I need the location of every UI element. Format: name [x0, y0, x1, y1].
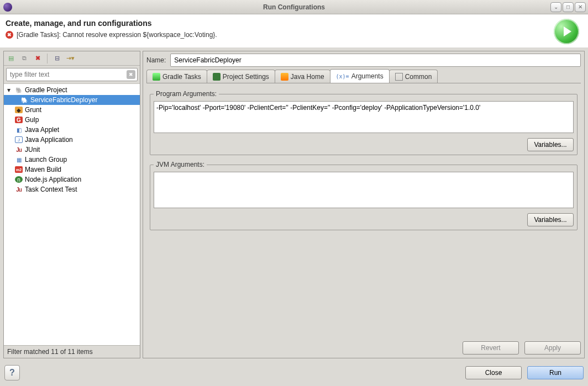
gradle-icon: 🐘 [20, 97, 28, 103]
tree-category-grunt[interactable]: ◆Grunt [4, 105, 140, 115]
gulp-icon: G [15, 117, 23, 123]
tree-category-gradle[interactable]: ▾ 🐘 Gradle Project [4, 85, 140, 95]
tree-label: Java Application [25, 136, 73, 144]
tree-label: Gradle Project [25, 86, 67, 94]
jvm-arguments-legend: JVM Arguments: [154, 161, 207, 168]
tree-category-gulp[interactable]: GGulp [4, 115, 140, 125]
arguments-icon: (x)= [336, 73, 349, 80]
close-button[interactable]: Close [465, 366, 522, 379]
dialog-footer: ? Close Run [0, 362, 588, 386]
expand-toggle-icon[interactable]: ▾ [7, 86, 13, 94]
common-icon [395, 73, 403, 81]
jvm-variables-button[interactable]: Variables... [527, 213, 574, 226]
name-input[interactable] [170, 54, 581, 67]
clear-filter-button[interactable]: ✖ [127, 70, 135, 79]
name-label: Name: [146, 56, 166, 64]
program-arguments-legend: Program Arguments: [154, 90, 219, 98]
gradle-icon: 🐘 [15, 87, 23, 93]
java-applet-icon: ◧ [15, 126, 23, 133]
tab-project-settings[interactable]: Project Settings [207, 70, 275, 83]
tree-item-servicefabricdeployer[interactable]: 🐘 ServiceFabricDeployer [4, 95, 140, 105]
program-arguments-group: Program Arguments: Variables... [150, 90, 578, 155]
program-variables-button[interactable]: Variables... [527, 138, 574, 151]
tree-label: Task Context Test [25, 186, 77, 193]
junit-icon: Ju [15, 146, 23, 153]
java-application-icon: J [15, 136, 23, 143]
duplicate-config-button[interactable]: ⧉ [19, 54, 29, 64]
config-tabs: Gradle Tasks Project Settings Java Home … [146, 69, 581, 83]
tree-category-task-context[interactable]: JuTask Context Test [4, 184, 140, 194]
nodejs-icon: n [15, 176, 23, 183]
tree-category-java-applet[interactable]: ◧Java Applet [4, 125, 140, 135]
error-message: [Gradle Tasks]: Cannot resolve expressio… [17, 31, 217, 39]
new-config-button[interactable]: ▤ [6, 54, 16, 64]
tree-category-maven[interactable]: m2Maven Build [4, 165, 140, 175]
tree-label: Launch Group [25, 156, 67, 163]
tree-label: Gulp [25, 116, 39, 124]
arguments-tab-content: Program Arguments: Variables... JVM Argu… [146, 86, 581, 337]
filter-input[interactable] [6, 68, 138, 81]
tree-category-java-application[interactable]: JJava Application [4, 135, 140, 145]
launch-group-icon: ▦ [15, 156, 23, 163]
title-bar: Run Configurations ⌄ □ ✕ [0, 0, 588, 14]
tree-label: Grunt [25, 106, 41, 114]
jvm-arguments-group: JVM Arguments: Variables... [150, 161, 578, 230]
window-title: Run Configurations [0, 3, 588, 11]
dialog-header: Create, manage, and run configurations ✖… [0, 14, 588, 47]
dialog-title: Create, manage, and run configurations [6, 19, 554, 28]
error-icon: ✖ [6, 31, 13, 39]
run-hero-icon [554, 19, 579, 44]
java-home-icon [281, 73, 288, 81]
help-button[interactable]: ? [4, 365, 20, 380]
revert-button[interactable]: Revert [463, 341, 519, 355]
maven-icon: m2 [15, 166, 23, 173]
filter-menu-button[interactable]: ⇥▾ [65, 54, 75, 64]
tab-common[interactable]: Common [389, 70, 438, 83]
tree-label: ServiceFabricDeployer [30, 96, 97, 104]
delete-config-button[interactable]: ✖ [33, 54, 43, 64]
grunt-icon: ◆ [15, 107, 23, 113]
collapse-all-button[interactable]: ⊟ [52, 54, 62, 64]
config-tree[interactable]: ▾ 🐘 Gradle Project 🐘 ServiceFabricDeploy… [4, 83, 140, 345]
run-button[interactable]: Run [527, 366, 584, 379]
tree-label: Java Applet [25, 126, 59, 134]
project-settings-icon [213, 73, 221, 81]
apply-button[interactable]: Apply [524, 341, 581, 355]
tab-java-home[interactable]: Java Home [275, 70, 330, 83]
gradle-tasks-icon [153, 73, 160, 81]
task-test-icon: Ju [15, 186, 23, 193]
tree-label: Node.js Application [25, 176, 81, 183]
tab-arguments[interactable]: (x)=Arguments [330, 69, 390, 83]
tree-category-launch-group[interactable]: ▦Launch Group [4, 155, 140, 165]
config-toolbar: ▤ ⧉ ✖ ⊟ ⇥▾ [4, 51, 140, 66]
tree-category-junit[interactable]: JuJUnit [4, 145, 140, 155]
tree-category-node[interactable]: nNode.js Application [4, 175, 140, 184]
filter-status: Filter matched 11 of 11 items [4, 345, 140, 358]
config-detail-panel: Name: Gradle Tasks Project Settings Java… [143, 51, 585, 358]
tree-label: JUnit [25, 146, 40, 154]
configurations-panel: ▤ ⧉ ✖ ⊟ ⇥▾ ✖ ▾ 🐘 Gradle Project 🐘 Servic… [3, 51, 140, 358]
tree-label: Maven Build [25, 166, 61, 173]
tab-gradle-tasks[interactable]: Gradle Tasks [146, 70, 207, 83]
program-arguments-input[interactable] [154, 101, 574, 133]
jvm-arguments-input[interactable] [154, 172, 574, 208]
